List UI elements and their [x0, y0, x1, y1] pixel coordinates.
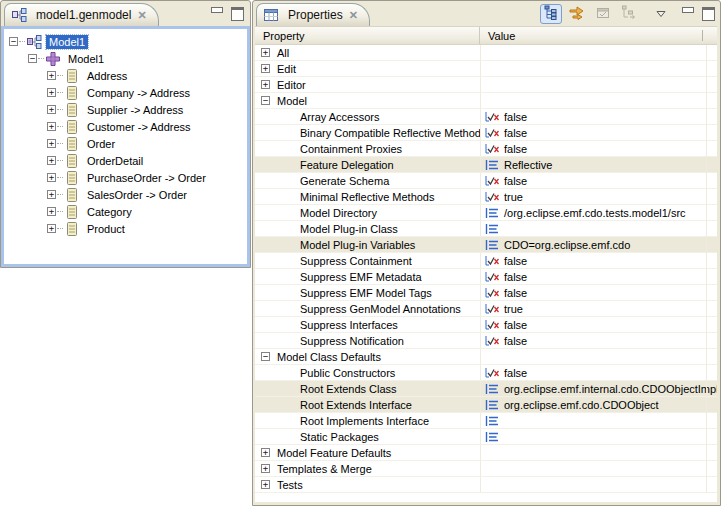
property-label: Suppress Containment [300, 255, 412, 267]
expander-icon[interactable]: − [261, 96, 270, 105]
close-icon[interactable]: ✕ [136, 9, 147, 22]
property-row[interactable]: +Templates & Merge [255, 461, 717, 477]
expander-icon[interactable]: + [261, 480, 270, 489]
tree-item-label: OrderDetail [84, 154, 146, 168]
property-row[interactable]: Array Accessors false [255, 109, 717, 125]
advanced-arrows-icon [568, 5, 586, 23]
property-label: Root Implements Interface [300, 415, 429, 427]
class-icon [64, 68, 80, 84]
tree-item[interactable]: + SalesOrder -> Order [4, 186, 247, 203]
expander-icon[interactable]: − [9, 37, 18, 46]
column-header-value[interactable]: Value [480, 27, 717, 44]
property-row[interactable]: Binary Compatible Reflective Methods fal… [255, 125, 717, 141]
package-icon [45, 51, 61, 67]
filter-properties-button[interactable] [618, 4, 640, 24]
tree-item[interactable]: + Company -> Address [4, 84, 247, 101]
expander-icon[interactable]: + [261, 48, 270, 57]
property-row[interactable]: Model Plug-in Class [255, 221, 717, 237]
property-row[interactable]: +Tests [255, 477, 717, 493]
tree-item[interactable]: − Model1 [4, 33, 247, 50]
property-row[interactable]: Suppress Containment false [255, 253, 717, 269]
tree-item[interactable]: + Category [4, 203, 247, 220]
expander-icon[interactable]: + [261, 80, 270, 89]
tree-item[interactable]: − Model1 [4, 50, 247, 67]
tree-item[interactable]: + OrderDetail [4, 152, 247, 169]
property-row[interactable]: Suppress EMF Model Tags false [255, 285, 717, 301]
property-value: false [504, 175, 527, 187]
property-label: Generate Schema [300, 175, 389, 187]
property-value: /org.eclipse.emf.cdo.tests.model1/src [504, 207, 686, 219]
show-advanced-properties-button[interactable] [566, 4, 588, 24]
property-row[interactable]: Public Constructors false [255, 365, 717, 381]
boolean-value-icon [484, 366, 500, 380]
maximize-icon[interactable] [702, 7, 713, 17]
expander-icon[interactable]: + [261, 464, 270, 473]
tree-item-label: Address [84, 69, 130, 83]
property-row[interactable]: Model Directory /org.eclipse.emf.cdo.tes… [255, 205, 717, 221]
maximize-icon[interactable] [231, 7, 242, 17]
tree-item[interactable]: + Customer -> Address [4, 118, 247, 135]
expander-icon[interactable]: + [47, 71, 56, 80]
minimize-icon[interactable] [211, 7, 222, 17]
close-icon[interactable]: ✕ [348, 9, 359, 22]
property-row[interactable]: Suppress Interfaces false [255, 317, 717, 333]
class-icon [64, 136, 80, 152]
property-row[interactable]: +Model Feature Defaults [255, 445, 717, 461]
tree-item[interactable]: + Product [4, 220, 247, 237]
expander-icon[interactable]: + [47, 88, 56, 97]
property-value: false [504, 319, 527, 331]
expander-icon[interactable]: + [261, 448, 270, 457]
property-row[interactable]: Feature Delegation Reflective [255, 157, 717, 173]
minimize-icon[interactable] [682, 7, 693, 17]
property-row[interactable]: Root Implements Interface [255, 413, 717, 429]
property-row[interactable]: Containment Proxies false [255, 141, 717, 157]
tree-item-label: Supplier -> Address [84, 103, 186, 117]
expander-icon[interactable]: + [47, 207, 56, 216]
property-row[interactable]: Static Packages [255, 429, 717, 445]
expander-icon[interactable]: + [47, 190, 56, 199]
property-label: Static Packages [300, 431, 379, 443]
property-row[interactable]: Suppress Notification false [255, 333, 717, 349]
property-row[interactable]: Suppress EMF Metadata false [255, 269, 717, 285]
expander-icon[interactable]: + [47, 122, 56, 131]
tab-properties[interactable]: Properties ✕ [256, 3, 370, 26]
view-menu-button[interactable] [654, 4, 668, 24]
expander-icon[interactable]: + [47, 139, 56, 148]
tree-item[interactable]: + Order [4, 135, 247, 152]
property-row[interactable]: Suppress GenModel Annotations true [255, 301, 717, 317]
property-row[interactable]: Model Plug-in Variables CDO=org.eclipse.… [255, 237, 717, 253]
property-row[interactable]: −Model [255, 93, 717, 109]
class-icon [64, 187, 80, 203]
text-value-icon [484, 158, 500, 172]
expander-icon[interactable]: + [261, 64, 270, 73]
expander-icon[interactable]: + [47, 224, 56, 233]
property-row[interactable]: Root Extends Class org.eclipse.emf.inter… [255, 381, 717, 397]
tab-model1-genmodel[interactable]: model1.genmodel ✕ [4, 3, 159, 26]
property-row[interactable]: −Model Class Defaults [255, 349, 717, 365]
boolean-value-icon [484, 190, 500, 204]
tree-item[interactable]: + Supplier -> Address [4, 101, 247, 118]
property-label: All [277, 47, 289, 59]
expander-icon[interactable]: − [261, 352, 270, 361]
tree-item[interactable]: + Address [4, 67, 247, 84]
property-label: Tests [277, 479, 303, 491]
property-value: false [504, 367, 527, 379]
restore-default-value-button[interactable] [592, 4, 614, 24]
show-categories-button[interactable] [540, 4, 562, 24]
property-row[interactable]: +All [255, 45, 717, 61]
column-resize-handle[interactable] [702, 30, 703, 41]
property-row[interactable]: +Edit [255, 61, 717, 77]
properties-table-icon [263, 8, 279, 22]
expander-icon[interactable]: + [47, 173, 56, 182]
tree-item[interactable]: + PurchaseOrder -> Order [4, 169, 247, 186]
property-row[interactable]: Root Extends Interface org.eclipse.emf.c… [255, 397, 717, 413]
expander-icon[interactable]: − [28, 54, 37, 63]
property-row[interactable]: Generate Schema false [255, 173, 717, 189]
property-row[interactable]: +Editor [255, 77, 717, 93]
expander-icon[interactable]: + [47, 156, 56, 165]
property-row[interactable]: Minimal Reflective Methods true [255, 189, 717, 205]
property-label: Minimal Reflective Methods [300, 191, 435, 203]
property-label: Suppress Notification [300, 335, 404, 347]
expander-icon[interactable]: + [47, 105, 56, 114]
column-header-property[interactable]: Property [255, 27, 480, 44]
